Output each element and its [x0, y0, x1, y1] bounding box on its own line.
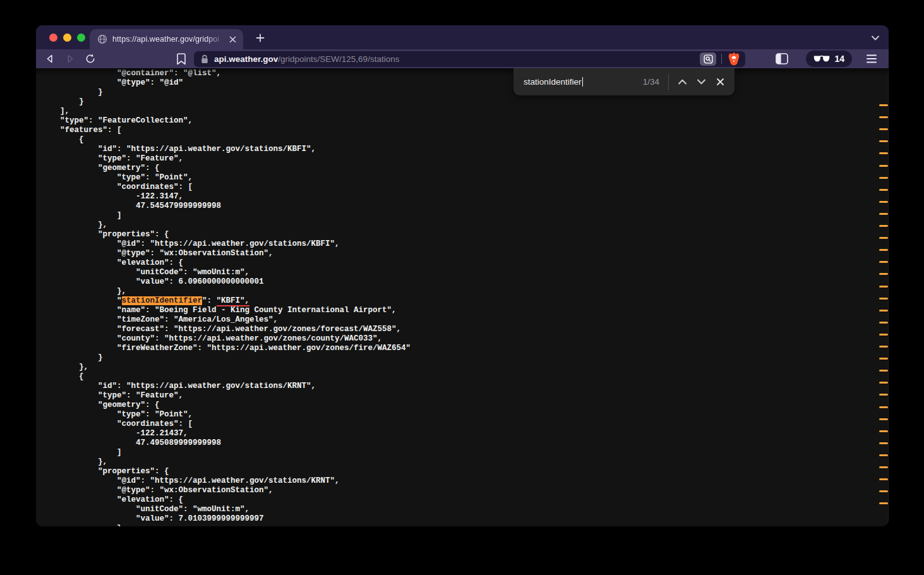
reload-icon — [85, 53, 96, 64]
brave-shields-button[interactable] — [727, 51, 741, 66]
url-path: /gridpoints/SEW/125,69/stations — [278, 54, 399, 64]
tab-bar: https://api.weather.gov/gridpoi — [36, 25, 889, 49]
forward-button[interactable] — [63, 51, 78, 66]
back-icon — [44, 53, 56, 64]
lock-icon — [201, 54, 208, 64]
find-match-tick[interactable] — [879, 358, 888, 360]
find-bar: stationIdentifier 1/34 — [513, 68, 735, 95]
menu-button[interactable] — [865, 52, 879, 66]
urlbar-divider — [721, 54, 722, 64]
tab-title: https://api.weather.gov/gridpoi — [112, 35, 227, 44]
find-match-tick[interactable] — [879, 152, 888, 154]
bookmark-button[interactable] — [174, 51, 189, 66]
find-match-tick[interactable] — [879, 201, 888, 203]
find-match-tick[interactable] — [879, 310, 888, 312]
bookmark-icon — [176, 53, 186, 65]
chevron-down-icon — [697, 79, 706, 85]
find-next-button[interactable] — [692, 73, 711, 91]
find-match-tick[interactable] — [879, 261, 888, 263]
find-match-tick[interactable] — [879, 128, 888, 130]
close-window-button[interactable] — [49, 33, 57, 42]
find-match-tick[interactable] — [879, 442, 888, 444]
rewards-count: 14 — [834, 54, 844, 64]
find-match-tick[interactable] — [879, 394, 888, 396]
find-match-tick[interactable] — [879, 273, 888, 275]
find-match-tick[interactable] — [879, 490, 888, 492]
find-close-button[interactable] — [711, 73, 729, 91]
globe-icon — [97, 34, 107, 44]
chevron-up-icon — [678, 79, 687, 85]
sidebar-toggle-icon — [776, 53, 788, 64]
maximize-window-button[interactable] — [77, 33, 85, 42]
find-match-tick[interactable] — [879, 346, 888, 348]
find-match-tick[interactable] — [879, 430, 888, 432]
tab-close-button[interactable] — [227, 33, 238, 45]
find-match-tick[interactable] — [879, 213, 888, 215]
toolbar: api.weather.gov/gridpoints/SEW/125,69/st… — [36, 49, 889, 68]
find-match-tick[interactable] — [879, 382, 888, 384]
scrollbar-match-ticks[interactable] — [879, 68, 888, 526]
find-match-tick[interactable] — [879, 249, 888, 251]
find-in-page-icon — [704, 54, 713, 64]
find-match-tick[interactable] — [879, 466, 888, 468]
sunglasses-icon — [813, 56, 830, 63]
find-match-tick[interactable] — [879, 104, 888, 106]
find-match-tick[interactable] — [879, 165, 888, 167]
minimize-window-button[interactable] — [63, 33, 71, 42]
find-match-tick[interactable] — [879, 406, 888, 408]
text-caret — [582, 77, 584, 87]
tab-active[interactable]: https://api.weather.gov/gridpoi — [90, 29, 243, 49]
find-match-tick[interactable] — [879, 140, 888, 142]
find-match-tick[interactable] — [879, 237, 888, 239]
close-icon — [229, 36, 236, 43]
find-match-tick[interactable] — [879, 418, 888, 420]
address-bar[interactable]: api.weather.gov/gridpoints/SEW/125,69/st… — [194, 51, 745, 67]
url-text: api.weather.gov/gridpoints/SEW/125,69/st… — [214, 54, 399, 64]
back-button[interactable] — [42, 51, 57, 66]
find-previous-button[interactable] — [673, 73, 692, 91]
find-match-tick[interactable] — [879, 454, 888, 456]
brave-rewards-pill[interactable]: 14 — [806, 51, 852, 67]
find-divider — [668, 74, 669, 90]
close-icon — [716, 78, 724, 86]
find-match-tick[interactable] — [879, 116, 888, 118]
find-match-tick[interactable] — [879, 298, 888, 300]
find-query-text: stationIdentifier — [524, 77, 582, 87]
find-match-tick[interactable] — [879, 334, 888, 336]
json-code: "@container": "@list", "@type": "@id" } … — [41, 69, 411, 526]
chevron-down-icon — [871, 35, 880, 41]
find-match-tick[interactable] — [879, 189, 888, 191]
find-match-tick[interactable] — [879, 502, 888, 504]
find-match-tick[interactable] — [879, 478, 888, 480]
tab-search-button[interactable] — [870, 33, 881, 43]
find-match-tick[interactable] — [879, 286, 888, 288]
plus-icon — [256, 33, 265, 42]
window-controls — [49, 33, 85, 42]
url-domain: api.weather.gov — [214, 54, 278, 64]
forward-icon — [64, 53, 76, 64]
find-match-tick[interactable] — [879, 370, 888, 372]
find-match-tick[interactable] — [879, 177, 888, 179]
find-input[interactable]: stationIdentifier — [524, 77, 583, 87]
find-match-count: 1/34 — [643, 77, 659, 87]
menu-icon — [867, 54, 877, 63]
find-match-tick[interactable] — [879, 225, 888, 227]
find-active-match: stationIdentifier — [122, 296, 203, 305]
reload-button[interactable] — [83, 51, 98, 66]
sidebar-toggle-button[interactable] — [774, 51, 789, 66]
browser-window: https://api.weather.gov/gridpoi — [36, 25, 889, 526]
page-content: "@container": "@list", "@type": "@id" } … — [36, 68, 889, 526]
new-tab-button[interactable] — [254, 32, 267, 44]
find-in-page-button[interactable] — [700, 52, 716, 66]
underlined-value: "KBFI", — [217, 296, 250, 306]
find-match-tick[interactable] — [879, 322, 888, 324]
brave-shield-icon — [728, 52, 740, 66]
